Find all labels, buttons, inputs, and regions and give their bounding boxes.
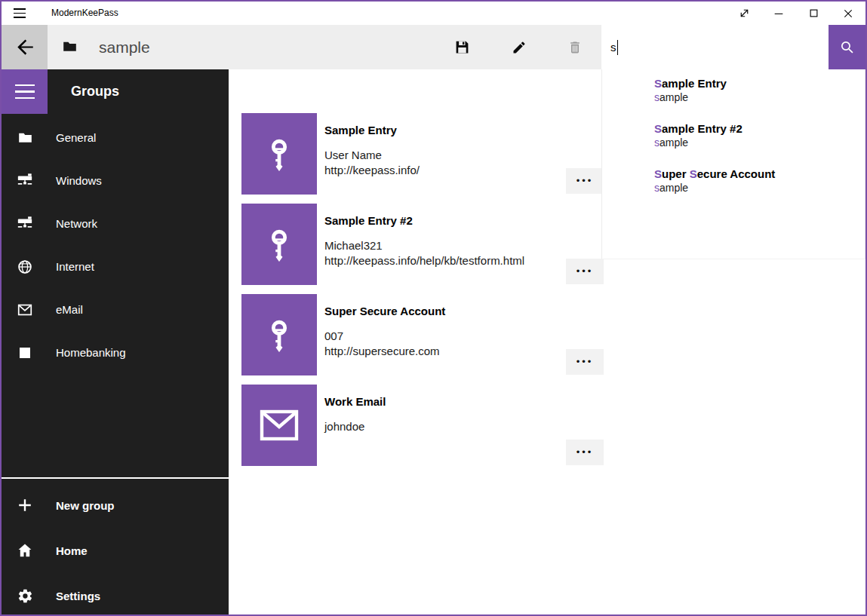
more-button[interactable]: ••• xyxy=(566,349,604,375)
sidebar-item-general[interactable]: General xyxy=(2,116,229,159)
search-result-item[interactable]: Sample Entrysample xyxy=(602,74,865,119)
edit-pencil-icon xyxy=(512,40,527,55)
folder-icon xyxy=(62,38,78,54)
close-icon[interactable] xyxy=(831,2,865,25)
back-button[interactable] xyxy=(2,25,48,69)
sidebar-item-label: New group xyxy=(56,499,115,512)
entry-row[interactable]: Work Emailjohndoe••• xyxy=(241,385,603,466)
save-button[interactable] xyxy=(444,25,480,69)
search-result-item[interactable]: Sample Entry #2sample xyxy=(602,119,865,164)
more-button[interactable]: ••• xyxy=(566,440,604,465)
sidebar-item-label: Homebanking xyxy=(56,346,126,359)
search-result-subtitle: sample xyxy=(654,136,865,150)
search-result-subtitle: sample xyxy=(654,90,865,105)
search-result-item[interactable]: Super Secure Accountsample xyxy=(602,164,865,210)
network-icon xyxy=(17,173,33,189)
maximize-icon[interactable] xyxy=(796,2,831,25)
search-result-subtitle: sample xyxy=(654,181,865,195)
titlebar: ModernKeePass xyxy=(2,2,865,25)
app-window: ModernKeePass xyxy=(0,0,867,616)
sidebar-item-label: Settings xyxy=(56,590,100,602)
more-button[interactable]: ••• xyxy=(566,259,604,284)
key-icon xyxy=(241,113,317,195)
sidebar-item-email[interactable]: eMail xyxy=(2,288,229,331)
fullscreen-toggle-icon[interactable] xyxy=(727,2,761,25)
entry-title: Sample Entry xyxy=(324,124,558,136)
delete-trash-icon xyxy=(567,40,583,55)
network-icon xyxy=(17,216,33,232)
sidebar-item-windows[interactable]: Windows xyxy=(2,159,229,202)
sidebar-item-internet[interactable]: Internet xyxy=(2,245,229,288)
mail-icon xyxy=(241,385,317,466)
search-suggestions-dropdown: Sample EntrysampleSample Entry #2sampleS… xyxy=(601,69,865,259)
search-input[interactable]: s xyxy=(601,25,829,69)
globe-icon xyxy=(17,259,33,275)
search-button[interactable] xyxy=(829,25,865,69)
sidebar-item-label: Home xyxy=(56,544,88,557)
entry-url: http://keepass.info/help/kb/testform.htm… xyxy=(324,253,558,268)
edit-button[interactable] xyxy=(501,25,537,69)
entry-url: http://supersecure.com xyxy=(324,344,558,359)
sidebar-item-label: Network xyxy=(56,217,97,230)
home-icon xyxy=(17,542,33,559)
sidebar: Groups GeneralWindowsNetworkInterneteMai… xyxy=(2,69,229,614)
key-icon xyxy=(241,204,317,285)
database-title: sample xyxy=(99,25,150,69)
hamburger-icon[interactable] xyxy=(2,69,48,114)
entry-username: johndoe xyxy=(324,419,558,434)
envelope-icon xyxy=(17,302,33,318)
entry-title: Sample Entry #2 xyxy=(324,214,558,227)
entry-username: 007 xyxy=(324,329,558,344)
save-floppy-icon xyxy=(454,39,470,55)
sidebar-item-label: General xyxy=(56,131,96,144)
hamburger-icon[interactable] xyxy=(2,2,38,25)
search-result-title: Sample Entry xyxy=(654,76,865,90)
entry-title: Work Email xyxy=(324,395,558,408)
sidebar-item-settings[interactable]: Settings xyxy=(2,573,229,616)
sidebar-actions-list: New groupHomeSettings xyxy=(2,479,229,616)
sidebar-groups-list: GeneralWindowsNetworkInterneteMailHomeba… xyxy=(2,114,229,374)
more-button[interactable]: ••• xyxy=(566,168,604,194)
entry-url: http://keepass.info/ xyxy=(324,163,558,178)
entry-title: Super Secure Account xyxy=(324,305,558,317)
sidebar-item-network[interactable]: Network xyxy=(2,202,229,245)
text-caret xyxy=(617,40,618,55)
sidebar-item-home[interactable]: Home xyxy=(2,528,229,573)
gear-icon xyxy=(17,587,33,604)
search-value: s xyxy=(601,41,616,54)
sidebar-item-new-group[interactable]: New group xyxy=(2,483,229,528)
entry-username: User Name xyxy=(324,148,558,163)
entry-username: Michael321 xyxy=(324,238,558,253)
sidebar-item-label: eMail xyxy=(56,303,83,316)
entry-row[interactable]: Sample EntryUser Namehttp://keepass.info… xyxy=(241,113,603,195)
sidebar-item-label: Internet xyxy=(56,260,94,273)
folder-icon xyxy=(17,130,33,146)
sidebar-bottom: New groupHomeSettings xyxy=(2,477,229,616)
window-controls xyxy=(727,2,865,25)
sidebar-item-homebanking[interactable]: Homebanking xyxy=(2,331,229,374)
entry-row[interactable]: Super Secure Account007http://supersecur… xyxy=(241,294,603,375)
groups-heading: Groups xyxy=(71,69,119,114)
key-icon xyxy=(241,294,317,375)
command-bar: sample s xyxy=(2,25,865,69)
entry-row[interactable]: Sample Entry #2Michael321http://keepass.… xyxy=(241,204,603,285)
minimize-icon[interactable] xyxy=(761,2,796,25)
square-icon xyxy=(17,345,33,361)
search-result-title: Super Secure Account xyxy=(654,167,865,181)
app-title: ModernKeePass xyxy=(51,2,118,25)
search-magnifier-icon xyxy=(839,39,856,56)
search-result-title: Sample Entry #2 xyxy=(654,121,865,136)
plus-icon xyxy=(17,497,33,513)
delete-button[interactable] xyxy=(557,25,593,69)
entries-list: Sample EntryUser Namehttp://keepass.info… xyxy=(241,113,603,475)
sidebar-item-label: Windows xyxy=(56,174,102,187)
back-arrow-icon xyxy=(14,37,35,57)
